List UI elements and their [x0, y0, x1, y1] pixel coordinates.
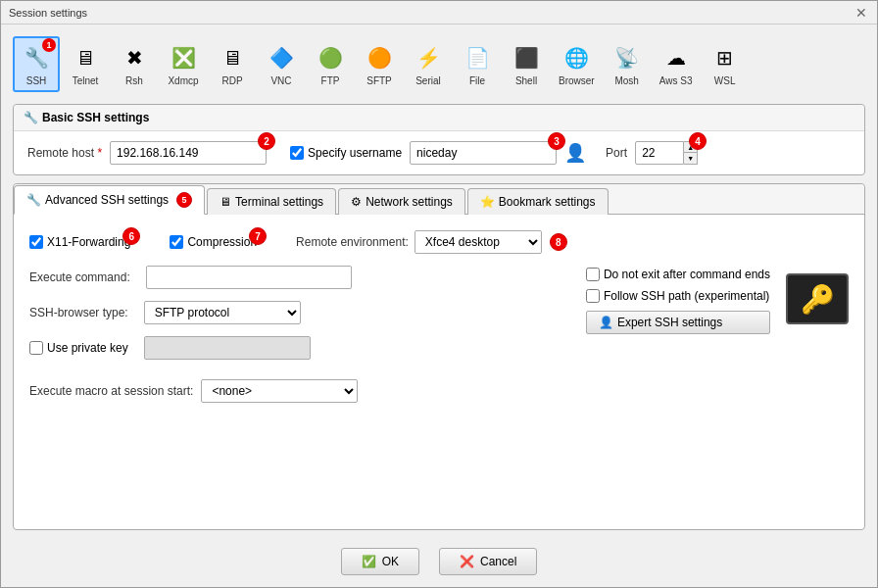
protocol-item-rsh[interactable]: ✖Rsh: [111, 37, 158, 91]
user-icon: 👤: [564, 142, 586, 164]
tab-bookmark[interactable]: ⭐Bookmark settings: [467, 188, 609, 215]
shell-protocol-label: Shell: [515, 75, 537, 86]
ok-icon: ✅: [362, 555, 376, 568]
x11-wrapper: X11-Forwarding 6: [29, 235, 130, 249]
protocol-item-xdmcp[interactable]: ❎Xdmcp: [160, 37, 207, 91]
ok-label: OK: [382, 555, 399, 568]
protocol-item-telnet[interactable]: 🖥Telnet: [62, 37, 109, 91]
ftp-protocol-icon: 🟢: [315, 42, 346, 74]
title-bar: Session settings ✕: [1, 1, 877, 24]
telnet-protocol-icon: 🖥: [70, 42, 101, 74]
execute-cmd-input[interactable]: [146, 266, 352, 289]
port-group: ▲ ▼: [635, 141, 698, 165]
port-down-button[interactable]: ▼: [684, 153, 697, 164]
mosh-protocol-label: Mosh: [614, 75, 638, 86]
username-input[interactable]: [410, 141, 557, 165]
ssh-protocol-icon: 🔧1: [21, 42, 52, 74]
tab-terminal[interactable]: 🖥Terminal settings: [207, 188, 336, 215]
basic-ssh-panel: 🔧 Basic SSH settings Remote host * 2: [13, 104, 865, 175]
private-key-input: [144, 336, 311, 360]
compression-checkbox-label[interactable]: Compression: [170, 235, 257, 249]
private-key-checkbox-label[interactable]: Use private key: [29, 341, 128, 355]
remote-host-input[interactable]: [110, 141, 267, 165]
x11-checkbox-label[interactable]: X11-Forwarding: [29, 235, 130, 249]
private-key-checkbox[interactable]: [29, 341, 43, 355]
remote-env-badge: 8: [550, 233, 567, 251]
browser-protocol-icon: 🌐: [561, 42, 592, 74]
remote-host-badge: 2: [258, 132, 275, 150]
protocol-item-awss3[interactable]: ☁Aws S3: [653, 37, 700, 91]
protocol-item-file[interactable]: 📄File: [454, 37, 501, 91]
advanced-ssh-tab-badge: 5: [176, 192, 192, 208]
ssh-key-image: 🔑: [786, 273, 849, 324]
vnc-protocol-icon: 🔷: [266, 42, 297, 74]
awss3-protocol-icon: ☁: [660, 42, 692, 74]
specify-username-checkbox[interactable]: [290, 146, 304, 160]
basic-ssh-body: Remote host * 2 Specify username 3: [14, 131, 864, 174]
ok-button[interactable]: ✅ OK: [341, 548, 419, 575]
follow-ssh-checkbox[interactable]: [586, 289, 600, 303]
close-button[interactable]: ✕: [854, 5, 869, 21]
remote-env-label: Remote environment:: [296, 235, 409, 249]
x11-checkbox[interactable]: [29, 235, 43, 249]
shell-protocol-icon: ⬛: [511, 42, 542, 74]
specify-username-checkbox-label[interactable]: Specify username: [290, 146, 402, 160]
port-input[interactable]: [635, 141, 684, 165]
follow-ssh-label[interactable]: Follow SSH path (experimental): [586, 289, 770, 303]
ftp-protocol-label: FTP: [321, 75, 340, 86]
cancel-button[interactable]: ❌ Cancel: [439, 548, 537, 575]
adv-left: Execute command: SSH-browser type: SFTP …: [29, 266, 570, 371]
sftp-protocol-label: SFTP: [366, 75, 392, 86]
basic-ssh-icon: 🔧: [24, 111, 38, 124]
protocol-item-sftp[interactable]: 🟠SFTP: [356, 37, 403, 91]
ssh-protocol-label: SSH: [26, 75, 47, 86]
protocol-item-browser[interactable]: 🌐Browser: [552, 37, 602, 91]
compression-checkbox[interactable]: [170, 235, 183, 249]
protocol-item-vnc[interactable]: 🔷VNC: [258, 37, 305, 91]
browser-type-row: SSH-browser type: SFTP protocolSCP proto…: [29, 301, 570, 324]
tab-advanced-ssh[interactable]: 🔧Advanced SSH settings5: [14, 185, 205, 215]
adv-right: Do not exit after command ends Follow SS…: [586, 266, 770, 334]
private-key-row: Use private key: [29, 336, 570, 360]
xdmcp-protocol-icon: ❎: [168, 42, 199, 74]
protocol-item-ftp[interactable]: 🟢FTP: [307, 37, 354, 91]
expert-icon: 👤: [599, 316, 613, 329]
macro-row: Execute macro at session start: <none>: [29, 379, 849, 403]
basic-ssh-title: Basic SSH settings: [42, 111, 149, 124]
expert-ssh-button[interactable]: 👤 Expert SSH settings: [586, 311, 770, 334]
protocol-toolbar: 🔧1SSH🖥Telnet✖Rsh❎Xdmcp🖥RDP🔷VNC🟢FTP🟠SFTP⚡…: [13, 32, 865, 96]
username-wrapper: 3: [410, 141, 557, 165]
advanced-body: X11-Forwarding 6 Compression 7 Remote en…: [14, 215, 864, 415]
follow-ssh-text: Follow SSH path (experimental): [604, 289, 769, 303]
window-title: Session settings: [9, 7, 87, 19]
execute-cmd-label: Execute command:: [29, 270, 130, 284]
rdp-protocol-label: RDP: [221, 75, 242, 86]
advanced-panel: 🔧Advanced SSH settings5🖥Terminal setting…: [13, 183, 865, 530]
protocol-item-mosh[interactable]: 📡Mosh: [604, 37, 651, 91]
protocol-item-rdp[interactable]: 🖥RDP: [209, 37, 256, 91]
macro-label: Execute macro at session start:: [29, 384, 193, 398]
tab-network[interactable]: ⚙Network settings: [338, 188, 465, 215]
basic-ssh-fields: Remote host * 2 Specify username 3: [27, 141, 851, 165]
ssh-badge: 1: [42, 38, 56, 52]
file-protocol-icon: 📄: [462, 42, 493, 74]
protocol-item-wsl[interactable]: ⊞WSL: [702, 37, 749, 91]
cancel-label: Cancel: [480, 555, 516, 568]
protocol-item-shell[interactable]: ⬛Shell: [503, 37, 550, 91]
protocol-item-serial[interactable]: ⚡Serial: [405, 37, 452, 91]
do-not-exit-checkbox[interactable]: [586, 268, 600, 281]
awss3-protocol-label: Aws S3: [659, 75, 693, 86]
compression-badge: 7: [249, 227, 267, 245]
port-wrapper: ▲ ▼ 4: [635, 141, 698, 165]
execute-cmd-row: Execute command:: [29, 266, 570, 289]
do-not-exit-label[interactable]: Do not exit after command ends: [586, 268, 770, 281]
remote-env-dropdown[interactable]: Xfce4 desktopKDE desktopGNOME desktopNon…: [415, 230, 542, 254]
browser-type-dropdown[interactable]: SFTP protocolSCP protocolNone: [144, 301, 301, 324]
protocol-item-ssh[interactable]: 🔧1SSH: [13, 36, 60, 92]
remote-host-label: Remote host *: [27, 146, 102, 160]
xdmcp-protocol-label: Xdmcp: [168, 75, 198, 86]
macro-dropdown[interactable]: <none>: [201, 379, 358, 403]
main-content: 🔧1SSH🖥Telnet✖Rsh❎Xdmcp🖥RDP🔷VNC🟢FTP🟠SFTP⚡…: [1, 24, 877, 587]
x11-badge: 6: [122, 227, 140, 245]
bottom-buttons: ✅ OK ❌ Cancel: [13, 538, 865, 579]
